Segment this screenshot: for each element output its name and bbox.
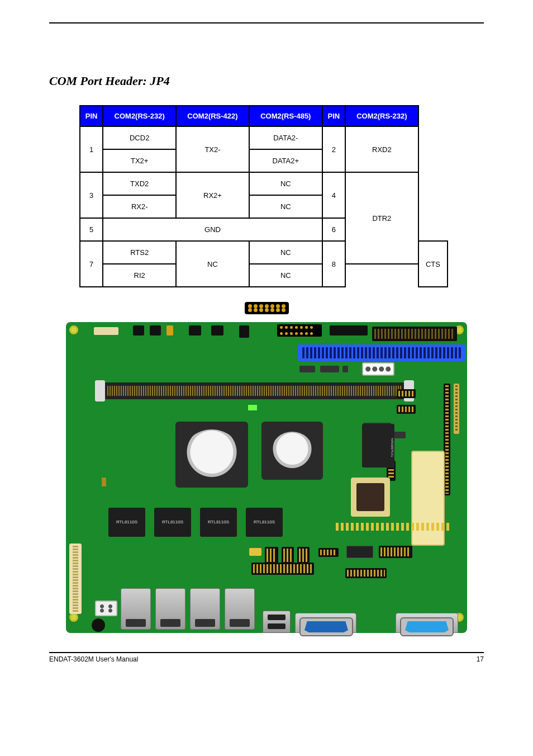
cell: 1 xyxy=(80,126,103,172)
th-pin-l: PIN xyxy=(80,106,103,126)
rj45-port xyxy=(121,588,151,630)
top-connector xyxy=(211,325,223,336)
cell: RX2+ xyxy=(176,172,249,218)
small-component xyxy=(342,366,348,372)
footer-title: ENDAT-3602M User's Manual xyxy=(49,655,138,663)
jp4-location xyxy=(277,324,322,337)
cell: NC xyxy=(249,195,322,218)
cell: NC xyxy=(249,241,322,264)
ide-connector xyxy=(372,327,457,341)
cell: TX2+ xyxy=(103,149,176,172)
cell: 6 xyxy=(322,218,345,241)
pin-header xyxy=(265,547,278,564)
superio-chip: W83697UG xyxy=(362,424,394,467)
dimm-slot xyxy=(99,382,410,399)
ethernet-chip: RTL8110S xyxy=(108,508,145,537)
cell: NC xyxy=(176,241,249,287)
heatsink-chip xyxy=(261,422,323,480)
cell: TX2- xyxy=(176,126,249,172)
ethernet-chip: RTL8110S xyxy=(154,508,191,537)
cell: RTS2 xyxy=(103,241,176,264)
small-component xyxy=(299,366,315,372)
board-illustration: W83697UG RTL8110S RTL8110S RTL8110S RTL8… xyxy=(66,322,467,633)
led-indicator xyxy=(248,405,257,410)
cell: RX2- xyxy=(103,195,176,218)
header-rule xyxy=(49,22,484,23)
mount-hole xyxy=(69,613,78,622)
top-connector xyxy=(94,327,118,335)
mount-hole xyxy=(69,325,78,334)
footer-rule xyxy=(49,652,484,653)
table-row: 1 DCD2 TX2- DATA2- 2 RXD2 xyxy=(80,126,448,149)
section-title: COM Port Header: JP4 xyxy=(49,74,484,88)
serial-port xyxy=(299,617,353,636)
dimm-clip xyxy=(95,380,105,401)
pin-header xyxy=(346,546,373,558)
cell: 3 xyxy=(80,172,103,218)
jumper xyxy=(102,478,106,486)
ethernet-chip: RTL8110S xyxy=(246,508,283,537)
pin-header xyxy=(318,548,339,557)
page-footer: ENDAT-3602M User's Manual 17 xyxy=(49,655,484,663)
th-485: COM2(RS-485) xyxy=(249,106,322,126)
cell: DCD2 xyxy=(103,126,176,149)
th-422: COM2(RS-422) xyxy=(176,106,249,126)
rj45-port xyxy=(225,588,255,630)
cell: GND xyxy=(103,218,322,241)
cell: DATA2- xyxy=(249,126,322,149)
heatsink-chip xyxy=(175,422,248,488)
pin-table: PIN COM2(RS-232) COM2(RS-422) COM2(RS-48… xyxy=(79,105,448,287)
th-pin-r: PIN xyxy=(322,106,345,126)
pin-row xyxy=(334,521,451,532)
power-connector xyxy=(362,362,394,376)
cell: 8 xyxy=(322,241,345,287)
small-component xyxy=(320,366,339,372)
page-number: 17 xyxy=(477,655,484,663)
cell: TXD2 xyxy=(103,172,176,195)
pin-header xyxy=(345,568,387,578)
cell: NC xyxy=(249,172,322,195)
pin-header xyxy=(297,547,310,564)
table-row: RI2 NC xyxy=(80,264,448,287)
rj45-port xyxy=(190,588,220,630)
flex-connector xyxy=(69,544,82,614)
top-connector xyxy=(150,325,161,336)
rj45-port xyxy=(155,588,185,630)
top-connector xyxy=(166,325,173,336)
pin-header xyxy=(282,547,294,564)
table-row: 3 TXD2 RX2+ NC 4 DTR2 xyxy=(80,172,448,195)
pin-header xyxy=(397,389,416,398)
top-connector xyxy=(330,325,368,336)
ide-connector-blue xyxy=(298,344,465,361)
dc-jack xyxy=(92,618,105,632)
atx-power-connector xyxy=(95,601,117,616)
top-connector xyxy=(239,325,249,338)
cell: 2 xyxy=(322,126,345,172)
top-connector xyxy=(189,325,201,336)
plcc-chip xyxy=(351,478,390,517)
cell: CTS xyxy=(418,241,448,287)
cell: DTR2 xyxy=(345,172,418,264)
pin-header xyxy=(251,563,314,575)
pin-header xyxy=(397,405,416,414)
usb-ports xyxy=(263,611,291,633)
cell: RI2 xyxy=(103,264,176,287)
cell: DATA2+ xyxy=(249,149,322,172)
top-connector xyxy=(133,325,144,336)
th-232-l: COM2(RS-232) xyxy=(103,106,176,126)
pin-header xyxy=(454,384,459,434)
cell: 4 xyxy=(322,172,345,218)
cell: 7 xyxy=(80,241,103,287)
th-232-r: COM2(RS-232) xyxy=(345,106,418,126)
vga-port xyxy=(400,617,454,636)
ethernet-chip: RTL8110S xyxy=(200,508,237,537)
cell: NC xyxy=(249,264,322,287)
cell: RXD2 xyxy=(345,126,418,172)
pin-header xyxy=(249,548,261,556)
cell: 5 xyxy=(80,218,103,241)
pin-header xyxy=(379,546,412,558)
jp4-diagram xyxy=(245,302,289,314)
